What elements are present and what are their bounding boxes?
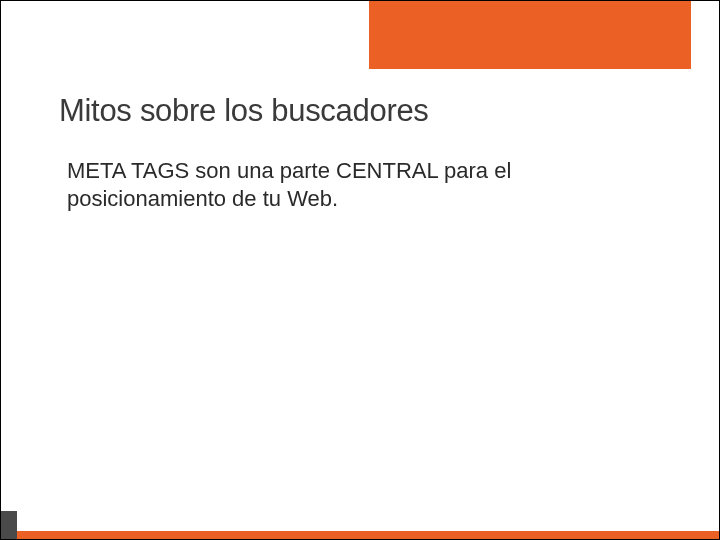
slide-container: Mitos sobre los buscadores META TAGS son…: [0, 0, 720, 540]
left-bar-decoration: [1, 511, 17, 539]
bottom-bar-decoration: [17, 531, 719, 539]
accent-box: [369, 1, 691, 69]
slide-body: META TAGS son una parte CENTRAL para el …: [59, 157, 661, 213]
slide-title: Mitos sobre los buscadores: [59, 93, 661, 129]
content-area: Mitos sobre los buscadores META TAGS son…: [59, 93, 661, 213]
